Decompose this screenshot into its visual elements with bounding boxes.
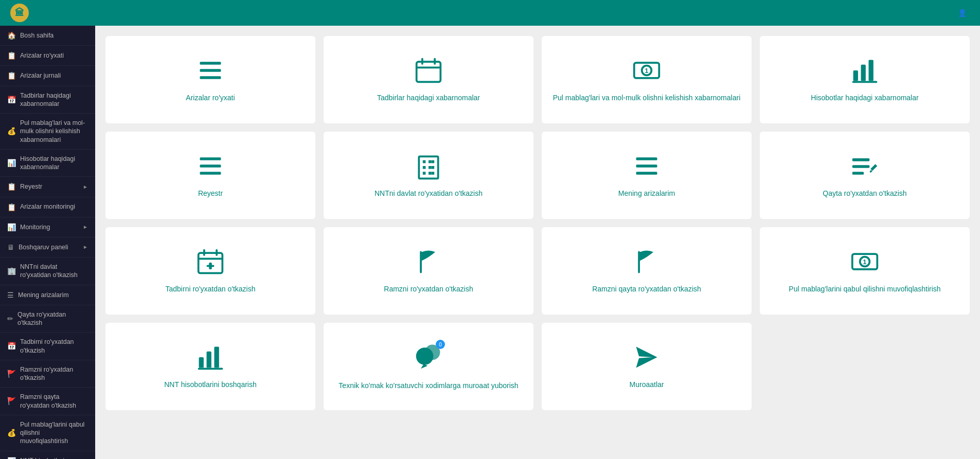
card-hisobotlar-xabarnomalar[interactable]: Hisobotlar haqidagi xabarnomalar xyxy=(760,36,970,123)
sidebar-icon-boshqaruv-paneli: 🖥 xyxy=(7,243,14,252)
sidebar-label-arizalar-monitoringi: Arizalar monitoringi xyxy=(20,203,75,211)
card-label-reyestr: Reyestr xyxy=(198,189,223,199)
card-icon-tadbirni-royxatdan-otkazish xyxy=(196,247,225,276)
sidebar-icon-ramzni-qayta: 🚩 xyxy=(7,396,16,406)
card-icon-ramzni-royxatdan-otkazish xyxy=(414,247,443,276)
card-icon-nnt-davlat-royxat xyxy=(414,152,443,180)
sidebar-label-qayta-royxatdan: Qayta ro'yxatdan o'tkazish xyxy=(17,310,88,327)
sidebar-label-arizalar-jurnali: Arizalar jurnali xyxy=(20,71,61,80)
card-label-tadbirni-royxatdan-otkazish: Tadbirni ro'yxatdan o'tkazish xyxy=(166,284,256,295)
sidebar-label-pul-mablag-qabul: Pul mablag'larini qabul qilishni muvofiq… xyxy=(20,420,88,446)
sidebar-label-mening-arizalarim: Mening arizalarim xyxy=(18,291,69,299)
sidebar-icon-pul-mablag-qabul: 💰 xyxy=(7,428,16,437)
card-icon-pul-mablag-qabul-qilish xyxy=(850,247,879,276)
card-reyestr[interactable]: Reyestr xyxy=(105,132,315,219)
card-texnik-komak[interactable]: 0 Texnik ko'mak ko'rsatuvchi xodimlarga … xyxy=(324,323,533,410)
card-nnt-davlat-royxat[interactable]: NNTni davlat ro'yxatidan o'tkazish xyxy=(324,132,533,219)
card-label-ramzni-royxatdan-otkazish: Ramzni ro'yxatdan o'tkazish xyxy=(384,284,473,295)
sidebar-label-pul-mablag: Pul mablag'lari va mol-mulk olishni keli… xyxy=(20,119,88,144)
sidebar-icon-reyestr: 📋 xyxy=(7,182,16,191)
card-nnt-hisobotlarini-boshqarish[interactable]: NNT hisobotlarini boshqarish xyxy=(105,323,315,410)
card-ramzni-royxatdan-otkazish[interactable]: Ramzni ro'yxatdan o'tkazish xyxy=(324,227,533,315)
sidebar-icon-ramzni-royxatdan: 🚩 xyxy=(7,369,16,378)
sidebar-label-boshqaruv-paneli: Boshqaruv paneli xyxy=(19,243,68,251)
sidebar-item-arizalar-jurnali[interactable]: 📋 Arizalar jurnali xyxy=(0,66,95,86)
sidebar-icon-nnt-hisobotlari: 📊 xyxy=(7,456,16,460)
sidebar-icon-mening-arizalarim: ☰ xyxy=(7,290,14,300)
main-layout: 🏠 Bosh sahifa 📋 Arizalar ro'yxati 📋 Ariz… xyxy=(0,26,980,459)
sidebar-item-pul-mablag-qabul[interactable]: 💰 Pul mablag'larini qabul qilishni muvof… xyxy=(0,415,95,451)
card-arizalar-royxati[interactable]: Arizalar ro'yxati xyxy=(105,36,315,123)
sidebar-label-tadbirlar-xabarnomalar: Tadbirlar haqidagi xabarnomalar xyxy=(20,91,88,108)
card-icon-arizalar-royxati xyxy=(196,56,225,85)
sidebar-label-reyestr: Reyestr xyxy=(20,182,42,191)
card-icon-pul-mablag-kelishish xyxy=(632,56,661,85)
card-pul-mablag-qabul-qilish[interactable]: Pul mablag'larini qabul qilishni muvofiq… xyxy=(760,227,970,315)
user-icon: 👤 xyxy=(958,9,967,17)
chevron-icon-monitoring: ► xyxy=(83,224,88,230)
sidebar-label-nnt-hisobotlari: NNT hisobotlari xyxy=(20,456,64,459)
sidebar-label-ramzni-qayta: Ramzni qayta ro'yxatdan o'tkazish xyxy=(20,393,88,410)
card-muroaatlar[interactable]: Muroaatlar xyxy=(542,323,752,410)
sidebar-label-arizalar-royxati: Arizalar ro'yxati xyxy=(20,51,64,60)
card-label-pul-mablag-qabul-qilish: Pul mablag'larini qabul qilishni muvofiq… xyxy=(789,284,940,295)
card-label-qayta-royxatdan-otkazish: Qayta ro'yxatdan o'tkazish xyxy=(823,189,906,199)
sidebar-item-pul-mablag[interactable]: 💰 Pul mablag'lari va mol-mulk olishni ke… xyxy=(0,114,95,150)
sidebar-icon-monitoring: 📊 xyxy=(7,223,16,232)
sidebar-item-bosh-sahifa[interactable]: 🏠 Bosh sahifa xyxy=(0,26,95,46)
card-label-muroaatlar: Muroaatlar xyxy=(630,380,664,390)
sidebar-icon-nnt-davlat: 🏢 xyxy=(7,266,16,276)
main-content: Arizalar ro'yxati Tadbirlar haqidagi xab… xyxy=(95,26,980,459)
card-icon-tadbirlar-xabarnomalar xyxy=(414,56,443,85)
sidebar-label-ramzni-royxatdan: Ramzni ro'yxatdan o'tkazish xyxy=(20,365,88,382)
sidebar-item-qayta-royxatdan[interactable]: ✏ Qayta ro'yxatdan o'tkazish xyxy=(0,305,95,333)
app-logo: 🏛 xyxy=(10,4,29,22)
card-label-mening-arizalarim: Mening arizalarim xyxy=(618,189,675,199)
card-pul-mablag-kelishish[interactable]: Pul mablag'lari va mol-mulk olishni keli… xyxy=(542,36,752,123)
card-mening-arizalarim[interactable]: Mening arizalarim xyxy=(542,132,752,219)
card-label-pul-mablag-kelishish: Pul mablag'lari va mol-mulk olishni keli… xyxy=(553,93,741,103)
sidebar-icon-tadbirlar-xabarnomalar: 📅 xyxy=(7,95,16,104)
card-icon-muroaatlar xyxy=(632,343,661,372)
sidebar-icon-qayta-royxatdan: ✏ xyxy=(7,314,13,323)
app-header: 🏛 👤 xyxy=(0,0,980,26)
sidebar-item-hisobotlar-xabarnomalar[interactable]: 📊 Hisobotlar haqidagi xabarnomalar xyxy=(0,150,95,177)
card-icon-qayta-royxatdan-otkazish xyxy=(850,152,879,180)
sidebar: 🏠 Bosh sahifa 📋 Arizalar ro'yxati 📋 Ariz… xyxy=(0,26,95,459)
sidebar-item-boshqaruv-paneli[interactable]: 🖥 Boshqaruv paneli ► xyxy=(0,237,95,258)
sidebar-icon-arizalar-royxati: 📋 xyxy=(7,51,16,60)
sidebar-item-ramzni-qayta[interactable]: 🚩 Ramzni qayta ro'yxatdan o'tkazish xyxy=(0,388,95,415)
card-badge-texnik-komak: 0 xyxy=(436,340,445,349)
chevron-icon-reyestr: ► xyxy=(83,183,88,190)
card-label-nnt-davlat-royxat: NNTni davlat ro'yxatidan o'tkazish xyxy=(375,189,483,199)
user-menu[interactable]: 👤 xyxy=(958,9,970,17)
card-ramzni-qayta-royxatdan[interactable]: Ramzni qayta ro'yxatdan o'tkazish xyxy=(542,227,752,315)
card-icon-nnt-hisobotlarini-boshqarish xyxy=(196,343,225,372)
sidebar-item-monitoring[interactable]: 📊 Monitoring ► xyxy=(0,217,95,237)
sidebar-item-tadbirlar-xabarnomalar[interactable]: 📅 Tadbirlar haqidagi xabarnomalar xyxy=(0,86,95,114)
card-tadbirlar-xabarnomalar[interactable]: Tadbirlar haqidagi xabarnomalar xyxy=(324,36,533,123)
card-label-hisobotlar-xabarnomalar: Hisobotlar haqidagi xabarnomalar xyxy=(811,93,918,103)
sidebar-item-mening-arizalarim[interactable]: ☰ Mening arizalarim xyxy=(0,285,95,305)
card-label-arizalar-royxati: Arizalar ro'yxati xyxy=(186,93,235,103)
sidebar-item-nnt-hisobotlari[interactable]: 📊 NNT hisobotlari xyxy=(0,451,95,460)
sidebar-icon-pul-mablag: 💰 xyxy=(7,126,16,136)
sidebar-item-tadbirni-royxatdan[interactable]: 📅 Tadbirni ro'yxatdan o'tkazish xyxy=(0,333,95,360)
sidebar-item-reyestr[interactable]: 📋 Reyestr ► xyxy=(0,177,95,197)
card-qayta-royxatdan-otkazish[interactable]: Qayta ro'yxatdan o'tkazish xyxy=(760,132,970,219)
sidebar-icon-hisobotlar-xabarnomalar: 📊 xyxy=(7,158,16,168)
header-left: 🏛 xyxy=(10,4,34,22)
sidebar-item-arizalar-monitoringi[interactable]: 📋 Arizalar monitoringi xyxy=(0,197,95,217)
card-icon-wrapper-texnik-komak: 0 xyxy=(414,342,443,373)
sidebar-item-ramzni-royxatdan[interactable]: 🚩 Ramzni ro'yxatdan o'tkazish xyxy=(0,360,95,388)
card-label-texnik-komak: Texnik ko'mak ko'rsatuvchi xodimlarga mu… xyxy=(338,381,518,391)
sidebar-label-nnt-davlat: NNTni davlat ro'yxatidan o'tkazish xyxy=(20,263,88,280)
card-grid: Arizalar ro'yxati Tadbirlar haqidagi xab… xyxy=(105,36,970,410)
sidebar-item-arizalar-royxati[interactable]: 📋 Arizalar ro'yxati xyxy=(0,46,95,66)
card-label-nnt-hisobotlarini-boshqarish: NNT hisobotlarini boshqarish xyxy=(164,380,257,390)
sidebar-icon-tadbirni-royxatdan: 📅 xyxy=(7,341,16,351)
card-tadbirni-royxatdan-otkazish[interactable]: Tadbirni ro'yxatdan o'tkazish xyxy=(105,227,315,315)
card-icon-mening-arizalarim xyxy=(632,152,661,180)
sidebar-item-nnt-davlat[interactable]: 🏢 NNTni davlat ro'yxatidan o'tkazish xyxy=(0,258,95,285)
sidebar-icon-arizalar-jurnali: 📋 xyxy=(7,71,16,80)
